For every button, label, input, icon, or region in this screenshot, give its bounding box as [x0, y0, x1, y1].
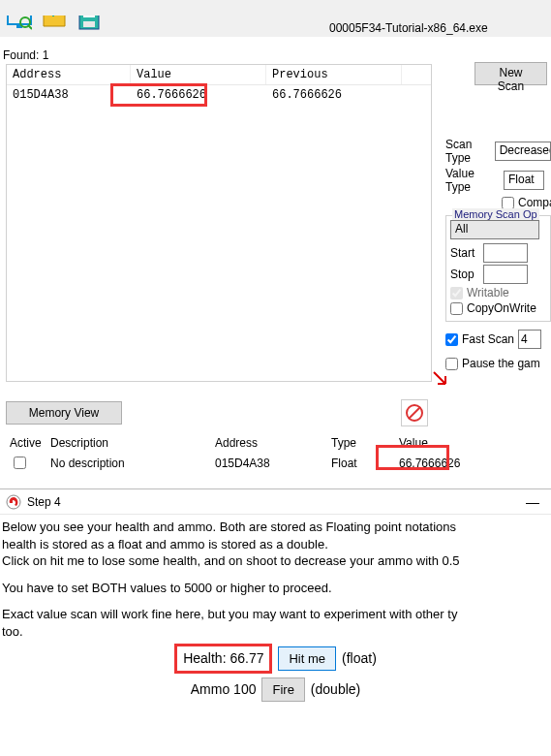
header-previous[interactable]: Previous — [266, 65, 402, 84]
clear-list-button[interactable] — [401, 399, 428, 426]
hdr-description[interactable]: Description — [46, 434, 211, 452]
writable-checkbox[interactable] — [450, 287, 463, 299]
svg-line-8 — [409, 407, 420, 419]
svg-rect-6 — [83, 21, 95, 27]
header-value[interactable]: Value — [131, 65, 266, 84]
tut-line: Click on hit me to lose some health, and… — [2, 552, 549, 570]
scan-type-label: Scan Type — [445, 138, 491, 165]
float-note: (float) — [342, 649, 377, 668]
active-checkbox[interactable] — [14, 457, 26, 469]
target-process-label: 00005F34-Tutorial-x86_64.exe — [329, 21, 488, 35]
memory-view-row: Memory View — [6, 401, 432, 425]
results-header-row: Address Value Previous — [7, 65, 431, 85]
pause-game-label: Pause the gam — [462, 357, 540, 370]
table-row[interactable]: No description 015D4A38 Float 66.7666626 — [6, 452, 548, 474]
preset-dropdown[interactable]: All — [450, 220, 539, 239]
tut-line: You have to set BOTH values to 5000 or h… — [2, 580, 549, 597]
writable-label: Writable — [467, 286, 509, 299]
fire-button[interactable]: Fire — [261, 677, 304, 702]
fast-scan-label: Fast Scan — [462, 332, 514, 346]
stop-input[interactable] — [483, 265, 528, 284]
stop-label: Stop — [450, 268, 479, 281]
cell-value[interactable]: 66.7666626 — [395, 455, 473, 472]
tutorial-title: Step 4 — [27, 495, 61, 509]
hdr-address[interactable]: Address — [211, 434, 327, 452]
hdr-type[interactable]: Type — [327, 434, 395, 452]
table-row[interactable]: 015D4A38 66.7666626 66.7666626 — [7, 85, 431, 105]
cell-address: 015D4A38 — [7, 85, 131, 105]
copyonwrite-label: CopyOnWrite — [467, 301, 536, 315]
memory-view-button[interactable]: Memory View — [6, 401, 122, 425]
svg-line-3 — [28, 25, 32, 29]
start-input[interactable] — [483, 243, 528, 263]
cell-type[interactable]: Float — [327, 455, 395, 472]
hdr-active[interactable]: Active — [6, 434, 46, 452]
memory-scan-legend: Memory Scan Op — [452, 208, 539, 220]
address-list[interactable]: Active Description Address Type Value No… — [6, 434, 548, 474]
double-note: (double) — [311, 680, 360, 699]
copyonwrite-checkbox[interactable] — [450, 302, 463, 315]
cell-description[interactable]: No description — [46, 455, 211, 472]
tut-line: Exact value scan will work fine here, bu… — [2, 606, 549, 623]
ammo-label: Ammo 100 — [191, 680, 257, 699]
health-label: Health: 66.77 — [174, 644, 272, 674]
hit-me-button[interactable]: Hit me — [278, 646, 336, 671]
scan-results-table[interactable]: Address Value Previous 015D4A38 66.76666… — [6, 64, 432, 382]
compare-label: Compa — [518, 196, 551, 209]
cell-address[interactable]: 015D4A38 — [211, 455, 327, 472]
cell-value: 66.7666626 — [131, 85, 266, 105]
tutorial-window: Step 4 — Below you see your health and a… — [0, 488, 551, 756]
address-list-header: Active Description Address Type Value — [6, 434, 548, 452]
pause-game-checkbox[interactable] — [445, 358, 458, 370]
cell-previous: 66.7666626 — [266, 85, 402, 105]
header-address[interactable]: Address — [7, 65, 131, 84]
scan-type-dropdown[interactable]: Decreased — [495, 142, 551, 161]
new-scan-button[interactable]: New Scan — [474, 62, 547, 85]
tutorial-body: Below you see your health and ammo. Both… — [0, 515, 551, 709]
value-type-label: Value Type — [445, 167, 500, 194]
arrow-down-right-icon — [432, 370, 449, 388]
tut-line: Below you see your health and ammo. Both… — [2, 519, 549, 536]
cheat-engine-icon — [6, 494, 21, 510]
prohibited-icon — [405, 403, 424, 423]
add-to-list-arrow[interactable] — [432, 370, 449, 388]
scan-options-panel: Scan Type Decreased Value Type Float Com… — [445, 136, 551, 372]
menu-bar[interactable] — [0, 0, 551, 16]
compare-checkbox[interactable] — [502, 197, 514, 209]
tut-line: too. — [2, 623, 549, 641]
start-label: Start — [450, 246, 479, 260]
memory-scan-options-group: Memory Scan Op All Start Stop Writable C… — [445, 215, 551, 322]
minimize-button[interactable]: — — [520, 494, 545, 510]
ammo-row: Ammo 100 Fire (double) — [2, 677, 549, 702]
found-count-label: Found: 1 — [3, 48, 48, 62]
tut-line: health is stored as a float and ammo is … — [2, 536, 549, 553]
value-type-dropdown[interactable]: Float — [504, 171, 544, 190]
health-row: Health: 66.77 Hit me (float) — [2, 644, 549, 674]
fast-scan-checkbox[interactable] — [445, 333, 458, 346]
fast-scan-align-input[interactable] — [518, 330, 541, 349]
hdr-value[interactable]: Value — [395, 434, 473, 452]
tutorial-titlebar[interactable]: Step 4 — — [0, 489, 551, 515]
